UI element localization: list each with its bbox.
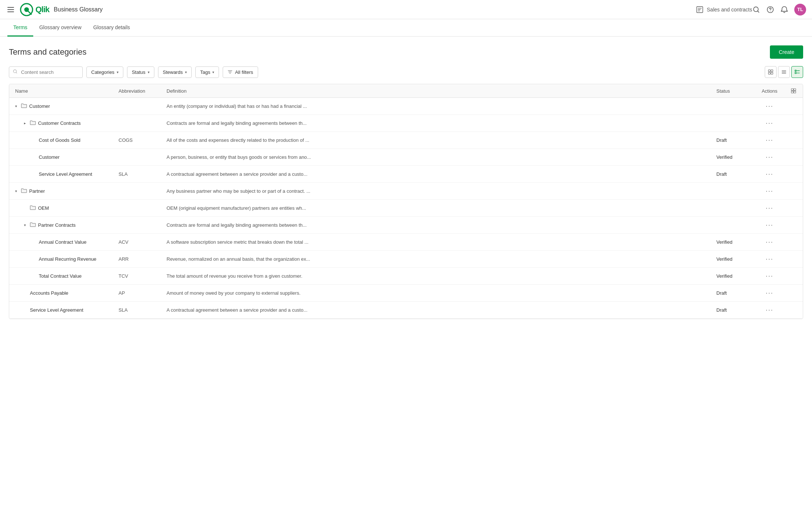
actions-dots[interactable]: ···: [761, 221, 778, 229]
row-abbreviation: [113, 183, 161, 200]
table-row: OEMOEM (original equipment manufacturer)…: [9, 200, 803, 217]
actions-dots[interactable]: ···: [761, 306, 778, 314]
notification-icon[interactable]: [780, 6, 788, 14]
row-status: Verified: [710, 251, 755, 268]
tab-glossary-overview[interactable]: Glossary overview: [33, 19, 87, 37]
row-actions[interactable]: ···: [755, 115, 784, 132]
categories-filter[interactable]: Categories ▾: [86, 66, 123, 78]
table-row: Service Level AgreementSLAA contractual …: [9, 166, 803, 183]
detail-icon: [795, 69, 800, 75]
row-definition: The total amount of revenue you receive …: [161, 268, 710, 285]
row-abbreviation: TCV: [113, 268, 161, 285]
row-abbreviation: SLA: [113, 166, 161, 183]
table-row: Annual Contract ValueACVA software subsc…: [9, 234, 803, 251]
glossary-nav-icon: [696, 6, 704, 14]
row-config: [784, 234, 803, 251]
expand-arrow[interactable]: ▾: [15, 189, 20, 193]
row-actions[interactable]: ···: [755, 285, 784, 302]
expand-arrow[interactable]: ▸: [24, 121, 28, 125]
actions-dots[interactable]: ···: [761, 255, 778, 263]
actions-dots[interactable]: ···: [761, 187, 778, 195]
row-definition: An entity (company or individual) that h…: [161, 98, 710, 115]
create-button[interactable]: Create: [770, 45, 803, 59]
row-definition: A person, business, or entity that buys …: [161, 149, 710, 166]
row-definition: Any business partner who may be subject …: [161, 183, 710, 200]
top-nav: Qlik Business Glossary Sales and contrac…: [0, 0, 812, 19]
row-status: Draft: [710, 132, 755, 149]
row-actions[interactable]: ···: [755, 183, 784, 200]
row-config: [784, 132, 803, 149]
row-config: [784, 166, 803, 183]
actions-dots[interactable]: ···: [761, 204, 778, 212]
row-actions[interactable]: ···: [755, 268, 784, 285]
row-abbreviation: SLA: [113, 302, 161, 319]
actions-dots[interactable]: ···: [761, 272, 778, 280]
search-input[interactable]: [9, 66, 83, 78]
row-config: [784, 149, 803, 166]
col-header-config[interactable]: [784, 84, 803, 98]
folder-icon: [21, 103, 27, 109]
expand-arrow[interactable]: ▾: [15, 104, 20, 108]
list-icon: [781, 69, 787, 75]
actions-dots[interactable]: ···: [761, 289, 778, 297]
row-actions[interactable]: ···: [755, 234, 784, 251]
row-status: [710, 98, 755, 115]
row-definition: A contractual agreement between a servic…: [161, 302, 710, 319]
table-row: ▾CustomerAn entity (company or individua…: [9, 98, 803, 115]
row-actions[interactable]: ···: [755, 132, 784, 149]
filter-bar: Categories ▾ Status ▾ Stewards ▾ Tags ▾ …: [9, 66, 803, 78]
stewards-filter[interactable]: Stewards ▾: [158, 66, 192, 78]
search-icon: [13, 69, 18, 75]
folder-icon: [30, 222, 36, 228]
row-abbreviation: ACV: [113, 234, 161, 251]
glossary-name: Sales and contracts: [707, 7, 752, 13]
row-actions[interactable]: ···: [755, 200, 784, 217]
status-filter[interactable]: Status ▾: [127, 66, 154, 78]
actions-dots[interactable]: ···: [761, 170, 778, 178]
actions-dots[interactable]: ···: [761, 153, 778, 161]
row-actions[interactable]: ···: [755, 149, 784, 166]
tags-filter[interactable]: Tags ▾: [195, 66, 219, 78]
all-filters-button[interactable]: All filters: [223, 66, 258, 78]
row-config: [784, 200, 803, 217]
user-avatar[interactable]: TL: [794, 4, 806, 16]
row-actions[interactable]: ···: [755, 251, 784, 268]
hamburger-menu[interactable]: [6, 6, 16, 14]
svg-line-2: [28, 11, 31, 14]
nav-center: Sales and contracts: [696, 6, 752, 14]
grid-view-button[interactable]: [765, 66, 777, 78]
page-title: Terms and categories: [9, 47, 86, 57]
row-config: [784, 268, 803, 285]
row-definition: Contracts are formal and legally binding…: [161, 217, 710, 234]
svg-rect-13: [795, 72, 796, 74]
row-actions[interactable]: ···: [755, 166, 784, 183]
row-actions[interactable]: ···: [755, 98, 784, 115]
filter-icon: [227, 69, 233, 75]
search-nav-icon[interactable]: [752, 6, 760, 14]
tab-glossary-details[interactable]: Glossary details: [88, 19, 136, 37]
row-name: Service Level Agreement: [39, 171, 92, 177]
svg-rect-15: [794, 89, 796, 90]
row-config: [784, 285, 803, 302]
row-actions[interactable]: ···: [755, 217, 784, 234]
actions-dots[interactable]: ···: [761, 102, 778, 110]
row-name: Total Contract Value: [39, 273, 82, 279]
status-chevron: ▾: [148, 70, 150, 74]
list-view-button[interactable]: [778, 66, 790, 78]
actions-dots[interactable]: ···: [761, 119, 778, 127]
svg-rect-17: [794, 91, 796, 93]
expand-arrow[interactable]: ▾: [24, 223, 28, 227]
col-header-definition: Definition: [161, 84, 710, 98]
stewards-chevron: ▾: [185, 70, 187, 74]
table-row: Annual Recurring RevenueARRRevenue, norm…: [9, 251, 803, 268]
row-actions[interactable]: ···: [755, 302, 784, 319]
detail-view-button[interactable]: [791, 66, 803, 78]
actions-dots[interactable]: ···: [761, 238, 778, 246]
tab-terms[interactable]: Terms: [7, 19, 33, 37]
row-name: Customer: [29, 103, 50, 109]
table-row: Total Contract ValueTCVThe total amount …: [9, 268, 803, 285]
help-icon[interactable]: [766, 6, 774, 14]
actions-dots[interactable]: ···: [761, 136, 778, 144]
table-row: Accounts PayableAPAmount of money owed b…: [9, 285, 803, 302]
table-row: ▾PartnerAny business partner who may be …: [9, 183, 803, 200]
